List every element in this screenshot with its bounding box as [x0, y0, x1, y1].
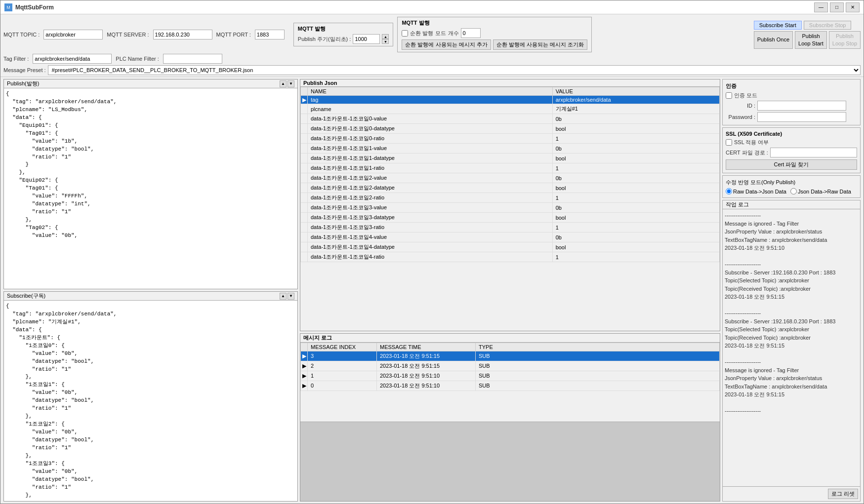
publish-scroll-up[interactable]: ▲ [280, 80, 287, 87]
message-log-row[interactable]: ▶ 2 2023-01-18 오전 9:51:15 SUB [301, 361, 720, 371]
json-name-cell: tag [308, 96, 553, 104]
publish-json-row[interactable]: data-1조카운트-1조코일0-ratio 1 [301, 134, 720, 144]
publish-json-row[interactable]: data-1조카운트-1조코일0-datatype bool [301, 124, 720, 134]
publish-json-row[interactable]: plcname 기계실#1 [301, 104, 720, 114]
publish-json-row[interactable]: data-1조카운트-1조코일4-datatype bool [301, 242, 720, 252]
json-value-cell: bool [552, 242, 719, 252]
json-value-cell: 0b [552, 173, 719, 183]
publish-json-row[interactable]: data-1조카운트-1조코일1-datatype bool [301, 154, 720, 163]
json-value-cell: bool [552, 183, 719, 193]
publish-json-row[interactable]: data-1조카운트-1조코일0-value 0b [301, 114, 720, 124]
publish-scroll-down[interactable]: ▼ [288, 80, 294, 87]
subscribe-scroll-down[interactable]: ▼ [288, 293, 294, 300]
publish-json-row[interactable]: data-1조카운트-1조코일2-value 0b [301, 173, 720, 183]
publish-json-row[interactable]: data-1조카운트-1조코일1-value 0b [301, 144, 720, 154]
cycle-up-btn[interactable]: ▲ [382, 34, 389, 39]
ssl-checkbox[interactable] [726, 139, 732, 146]
cert-path-input[interactable] [770, 148, 857, 157]
json-value-cell: 0b [552, 114, 719, 124]
expand-icon [301, 233, 308, 242]
plc-name-filter-label: PLC Name Filter : [116, 56, 159, 62]
json-value-cell: 0b [552, 144, 719, 154]
cycle-input[interactable] [353, 34, 380, 44]
header-row3: Message Preset : #preset#PLC_BROKER_DATA… [3, 65, 861, 75]
msg-type-cell: SUB [476, 381, 720, 390]
panels-area: Publish(발행) ▲ ▼ { "tag": "arxplcbroker/s… [0, 77, 864, 504]
mqtt-server-input[interactable] [153, 30, 212, 39]
message-preset-select[interactable]: #preset#PLC_BROKER_DATA_SEND__PLC_BROKER… [48, 65, 861, 75]
action-buttons: Subscribe Start Subscribe Stop Publish O… [754, 21, 861, 49]
table-header-row: NAME VALUE [301, 87, 720, 96]
subscribe-panel-body: { "tag": "arxplcbroker/send/data", "plcn… [4, 301, 297, 501]
publish-json-row[interactable]: data-1조카운트-1조코일2-ratio 1 [301, 193, 720, 203]
msg-type-cell: SUB [476, 361, 720, 371]
publish-json-row[interactable]: ▶ tag arxplcbroker/send/data [301, 96, 720, 104]
publish-loop-stop-button[interactable]: PublishLoop Stop [829, 31, 861, 49]
publish-panel: Publish(발행) ▲ ▼ { "tag": "arxplcbroker/s… [3, 79, 298, 289]
mqtt-port-input[interactable] [255, 30, 285, 39]
msg-time-cell: 2023-01-18 오전 9:51:10 [377, 371, 476, 381]
id-input[interactable] [757, 101, 846, 111]
cert-find-btn[interactable]: Cert 파일 찾기 [726, 159, 857, 170]
subscribe-stop-button[interactable]: Subscribe Stop [804, 21, 852, 30]
publish-json-table-container[interactable]: NAME VALUE ▶ tag arxplcbroker/send/data … [300, 87, 720, 331]
expand-icon [301, 252, 308, 262]
msg-time-cell: 2023-01-18 오전 9:51:15 [377, 351, 476, 361]
subscribe-panel-title: Subscribe(구독) [7, 292, 45, 300]
json-value-cell: 1 [552, 223, 719, 233]
publish-once-button[interactable]: Publish Once [754, 31, 793, 49]
json-name-cell: data-1조카운트-1조코일1-datatype [308, 154, 553, 163]
cycle-down-btn[interactable]: ▼ [382, 39, 389, 44]
msg-expand-icon: ▶ [301, 351, 308, 361]
subscribe-start-button[interactable]: Subscribe Start [754, 21, 802, 30]
mqtt-topic-input[interactable] [43, 30, 103, 39]
minimize-button[interactable]: — [814, 2, 828, 12]
publish-json-row[interactable]: data-1조카운트-1조코일3-datatype bool [301, 213, 720, 223]
json-to-raw-label: Json Data->Raw Data [790, 188, 851, 194]
loop-mode-label: 순환 발행 모드 [410, 30, 446, 37]
msg-expand-icon: ▶ [301, 361, 308, 371]
json-value-cell: 1 [552, 193, 719, 203]
plc-name-filter-input[interactable] [163, 54, 222, 64]
mqtt-publish-title2: MQTT 발행 [402, 19, 587, 27]
publish-json-row[interactable]: data-1조카운트-1조코일4-value 0b [301, 233, 720, 242]
maximize-button[interactable]: □ [830, 2, 844, 12]
message-log-panel: 메시지 로그 MESSAGE INDEX MESSAGE TIME TYPE [300, 333, 720, 502]
message-log-table-container[interactable]: MESSAGE INDEX MESSAGE TIME TYPE ▶ 3 2023… [300, 343, 720, 422]
publish-scroll-buttons: ▲ ▼ [280, 80, 294, 87]
count-input[interactable] [461, 28, 481, 38]
window-title: MqttSubForm [15, 4, 814, 11]
center-column: Publish Json NAME VALUE ▶ tag arxplcb [300, 79, 720, 502]
mode-title: 수정 반영 모드(Only Publish) [726, 179, 857, 186]
log-reset-btn[interactable]: 로그 리셋 [828, 489, 858, 499]
ssl-apply-label: SSL 적용 여부 [734, 139, 769, 146]
publish-json-row[interactable]: data-1조카운트-1조코일3-value 0b [301, 203, 720, 213]
publish-loop-start-button[interactable]: PublishLoop Start [795, 31, 827, 49]
publish-json-row[interactable]: data-1조카운트-1조코일3-ratio 1 [301, 223, 720, 233]
expand-icon [301, 104, 308, 114]
tag-filter-input[interactable] [33, 54, 112, 64]
raw-to-json-radio[interactable] [726, 188, 732, 194]
auth-mode-checkbox[interactable] [726, 92, 732, 99]
publish-json-panel: Publish Json NAME VALUE ▶ tag arxplcb [300, 79, 720, 331]
clear-msg-btn[interactable]: 순환 발행에 사용되는 메시지 조기화 [493, 39, 587, 50]
mqtt-publish-box1: MQTT 발행 Publish 주기(밀리초) : ▲ ▼ [293, 23, 394, 46]
json-value-cell: 0b [552, 233, 719, 242]
password-input[interactable] [757, 112, 846, 122]
subscribe-scroll-up[interactable]: ▲ [280, 293, 287, 300]
message-log-row[interactable]: ▶ 0 2023-01-18 오전 9:51:10 SUB [301, 381, 720, 390]
loop-mode-checkbox[interactable] [402, 30, 408, 37]
close-button[interactable]: ✕ [846, 2, 860, 12]
publish-json-row[interactable]: data-1조카운트-1조코일4-ratio 1 [301, 252, 720, 262]
add-msg-btn[interactable]: 순환 발행에 사용되는 메시지 추가 [402, 39, 491, 50]
expand-icon [301, 183, 308, 193]
mqtt-topic-label: MQTT TOPIC : [3, 32, 40, 38]
publish-json-row[interactable]: data-1조카운트-1조코일1-ratio 1 [301, 163, 720, 173]
json-to-raw-radio[interactable] [790, 188, 797, 194]
id-row: ID : [726, 101, 857, 111]
message-log-row[interactable]: ▶ 3 2023-01-18 오전 9:51:15 SUB [301, 351, 720, 361]
publish-json-row[interactable]: data-1조카운트-1조코일2-datatype bool [301, 183, 720, 193]
mqtt-server-label: MQTT SERVER : [107, 32, 149, 38]
message-log-row[interactable]: ▶ 1 2023-01-18 오전 9:51:10 SUB [301, 371, 720, 381]
message-preset-label: Message Preset : [3, 67, 46, 73]
